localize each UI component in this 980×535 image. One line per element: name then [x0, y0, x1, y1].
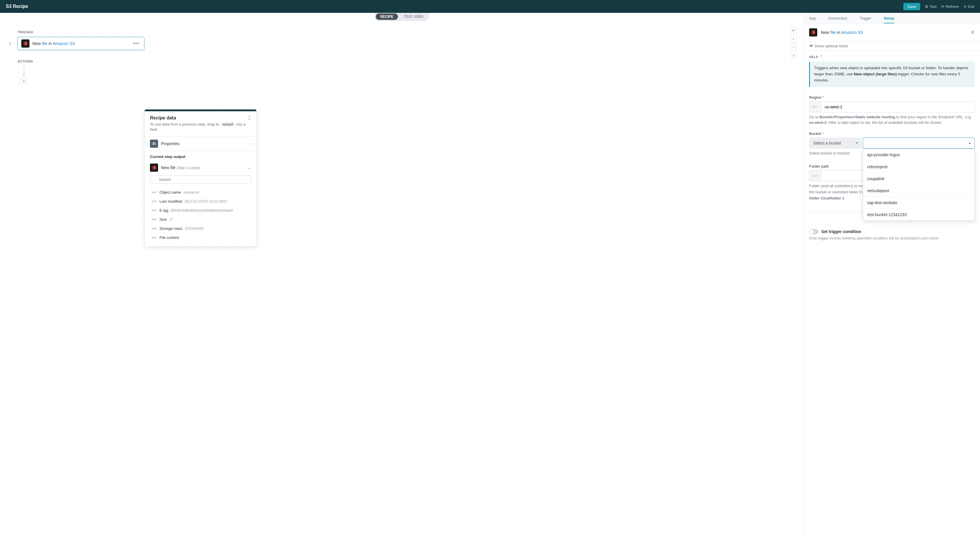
- svg-rect-1: [153, 144, 156, 144]
- bucket-option[interactable]: sap-test-workato: [863, 197, 974, 209]
- pill-name: Storage class: [159, 226, 183, 231]
- save-button[interactable]: Save: [903, 3, 920, 10]
- refresh-button[interactable]: ⟳ Refresh: [941, 5, 959, 9]
- tab-connection[interactable]: Connection: [828, 16, 847, 21]
- step-number: 1: [9, 41, 11, 46]
- arrow-icon: →: [820, 16, 824, 21]
- trigger-card[interactable]: 1 New file in Amazon S3 •••: [18, 37, 145, 50]
- s3-icon: [809, 28, 817, 37]
- trigger-menu[interactable]: •••: [132, 41, 141, 47]
- bucket-option[interactable]: test-bucket-12341233: [863, 209, 974, 220]
- zoom-out-button[interactable]: −: [790, 44, 797, 50]
- pill-name: Object name: [159, 190, 181, 195]
- actions-section-label: ACTIONS: [18, 59, 145, 63]
- bucket-option[interactable]: celonispost: [863, 161, 974, 173]
- region-label: Region *: [809, 95, 975, 100]
- step-output-name: New file (Step 1 output): [161, 165, 245, 170]
- datapill-item[interactable]: ABC Size 17: [150, 215, 251, 224]
- undo-button[interactable]: ↶: [790, 27, 797, 34]
- bucket-label: Bucket *: [809, 131, 975, 136]
- trigger-condition-label: Set trigger condition: [821, 229, 861, 234]
- close-sidebar-button[interactable]: ✕: [970, 29, 975, 36]
- svg-point-5: [811, 45, 812, 46]
- pill-name: Last modified: [159, 199, 182, 204]
- refresh-icon: ⟳: [941, 5, 944, 9]
- svg-rect-2: [153, 144, 156, 145]
- tab-trigger[interactable]: Trigger: [859, 16, 872, 21]
- chevron-right-icon: ›: [250, 141, 251, 146]
- gear-icon: ⚙: [925, 5, 928, 9]
- recipe-data-panel: Recipe data To use data from a previous …: [145, 109, 257, 246]
- s3-icon: [21, 40, 29, 48]
- datapill-item[interactable]: ABC Object name sample.txt: [150, 188, 251, 197]
- bucket-dropdown: api-provider-logoscelonispostcoupalinkne…: [863, 149, 975, 221]
- pill-type: ABC: [152, 200, 157, 203]
- eye-icon: [809, 44, 813, 48]
- tab-setup[interactable]: Setup: [884, 16, 894, 23]
- svg-rect-0: [153, 142, 156, 143]
- pill-type: ABC: [152, 227, 157, 230]
- datapill-item[interactable]: ABC E tag 8903014d0b4942a1b005d8051b45ae…: [150, 206, 251, 215]
- bucket-mode-select[interactable]: Select a bucket: [809, 137, 862, 149]
- pill-name: File content: [159, 235, 179, 240]
- trigger-condition-toggle[interactable]: [809, 229, 818, 234]
- pill-sample: 17: [169, 217, 173, 222]
- tab-recipe[interactable]: RECIPE: [375, 13, 398, 20]
- bucket-option[interactable]: coupalink: [863, 173, 974, 185]
- sidebar-header-text: New file in Amazon S3: [821, 30, 967, 35]
- bucket-select[interactable]: [863, 137, 975, 149]
- pill-type: ABC: [152, 236, 157, 239]
- add-action-button[interactable]: ＋: [21, 78, 27, 84]
- pill-name: Size: [159, 217, 167, 222]
- current-step-output-label: Current step output: [145, 151, 256, 161]
- zoom-in-button[interactable]: ＋: [790, 36, 797, 42]
- recipe-data-title: Recipe data: [150, 115, 248, 121]
- current-step-row[interactable]: New file (Step 1 output) ⌄: [145, 161, 256, 175]
- datapill-item[interactable]: ABC Storage class STANDARD: [150, 224, 251, 233]
- exit-button[interactable]: ✕ Exit: [963, 5, 974, 9]
- field-type-prefix: ABC: [809, 170, 821, 181]
- show-optional-fields[interactable]: Show optional fields: [804, 42, 980, 51]
- datapill-item[interactable]: ABC File content: [150, 233, 251, 242]
- field-type-prefix: ABC: [809, 101, 821, 112]
- region-help-text: Go to Bucket>Properties>Static website h…: [809, 114, 975, 126]
- region-input[interactable]: [821, 101, 975, 112]
- help-section-toggle[interactable]: HELP ⌃: [809, 55, 975, 59]
- properties-label: Properties: [161, 141, 247, 146]
- tab-test-jobs[interactable]: TEST JOBS: [399, 13, 429, 21]
- bucket-option[interactable]: netsuitepost: [863, 185, 974, 197]
- properties-icon: [150, 140, 158, 148]
- datapill-item[interactable]: ABC Last modified 2017-01-09T07:19:33.00…: [150, 197, 251, 206]
- pill-sample: 2017-01-09T07:19:33.000Z: [185, 200, 227, 204]
- pill-sample: 8903014d0b4942a1b005d8051b45aee5: [171, 209, 233, 212]
- connector-line: [24, 66, 24, 73]
- chevron-up-icon: ⌃: [820, 55, 823, 59]
- expand-collapse-icon[interactable]: [248, 115, 251, 121]
- undo-icon: ↶: [792, 29, 795, 33]
- minus-icon: −: [792, 45, 794, 50]
- bucket-option[interactable]: api-provider-logos: [863, 149, 974, 161]
- pill-name: E tag: [159, 208, 168, 212]
- close-icon: ✕: [963, 5, 967, 9]
- arrow-icon: →: [851, 16, 856, 21]
- pill-type: ABC: [152, 191, 157, 193]
- datapill-tag: datapill: [221, 122, 235, 127]
- trigger-text: New file in Amazon S3: [32, 41, 129, 46]
- arrow-icon: →: [876, 16, 880, 21]
- trigger-section-label: TRIGGER: [18, 30, 145, 34]
- help-text: Triggers when new object is uploaded int…: [809, 62, 975, 87]
- s3-icon: [150, 163, 158, 172]
- test-button[interactable]: ⚙ Test: [925, 5, 937, 9]
- pill-type: ABC: [152, 218, 157, 221]
- tab-app[interactable]: App: [809, 16, 816, 21]
- view-toggle: RECIPE TEST JOBS: [375, 13, 429, 21]
- expand-icon: ⤢: [792, 53, 795, 57]
- connector-arrow: [23, 74, 25, 76]
- trigger-condition-help: Only trigger events meeting specified co…: [809, 236, 975, 240]
- search-input[interactable]: [150, 175, 251, 184]
- fit-button[interactable]: ⤢: [790, 52, 797, 58]
- pill-type: ABC: [152, 209, 157, 212]
- canvas-background: [0, 13, 803, 535]
- properties-row[interactable]: Properties ›: [145, 137, 256, 151]
- page-title: S3 Recipe: [6, 4, 28, 9]
